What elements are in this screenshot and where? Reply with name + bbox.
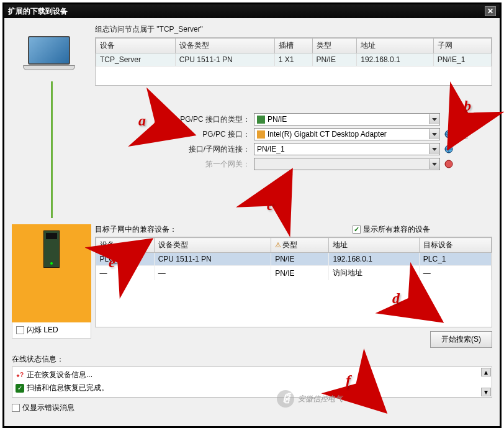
- check-icon: ✓: [16, 384, 24, 393]
- globe-icon[interactable]: [444, 144, 454, 154]
- config-nodes-table: 设备 设备类型 插槽 类型 地址 子网 TCP_Server CPU 1511-…: [96, 38, 492, 66]
- pgpc-if-select[interactable]: Intel(R) Gigabit CT Desktop Adapter: [254, 128, 440, 140]
- plc-icon: [43, 230, 60, 268]
- show-all-checkbox[interactable]: 显示所有兼容的设备: [353, 224, 430, 235]
- first-gw-select: [254, 158, 440, 170]
- only-errors-checkbox[interactable]: 仅显示错误消息: [12, 403, 492, 413]
- connection-line: [51, 81, 53, 218]
- table-row[interactable]: ——PN/IE访问地址—: [96, 266, 492, 281]
- pgpc-if-label: PG/PC 接口：: [163, 129, 250, 140]
- col-type[interactable]: 设备类型: [175, 39, 274, 53]
- col-slot[interactable]: 插槽: [274, 39, 312, 53]
- target-device-panel: [12, 224, 91, 322]
- globe-icon[interactable]: [444, 129, 454, 139]
- close-button[interactable]: ✕: [485, 6, 496, 16]
- svg-point-4: [445, 160, 452, 168]
- col-iftype[interactable]: 类型: [312, 39, 357, 53]
- table-row[interactable]: PLC_1CPU 1511-1 PNPN/IE192.168.0.1PLC_1: [96, 253, 492, 266]
- if-subnet-select[interactable]: PN/IE_1: [254, 143, 440, 155]
- col-addr[interactable]: 地址: [357, 39, 433, 53]
- laptop-icon: [12, 24, 91, 81]
- col-subnet[interactable]: 子网: [433, 39, 491, 53]
- compat-devices-table: 设备 设备类型 ⚠类型 地址 目标设备 PLC_1CPU 1511-1 PNPN…: [96, 237, 492, 280]
- svg-line-2: [464, 135, 466, 137]
- search-icon[interactable]: [457, 129, 467, 139]
- if-subnet-label: 接口/子网的连接：: [163, 144, 250, 155]
- blink-led-checkbox[interactable]: 闪烁 LED: [16, 325, 87, 335]
- window-title: 扩展的下载到设备: [8, 6, 68, 17]
- info-icon: ⬥?: [16, 371, 24, 380]
- svg-point-1: [460, 132, 464, 136]
- status-list: ⬥?正在恢复设备信息... ✓扫描和信息恢复已完成。 ▴ ▾: [12, 367, 492, 398]
- compat-title: 目标子网中的兼容设备：: [95, 224, 177, 235]
- table-row[interactable]: TCP_Server CPU 1511-1 PN 1 X1 PN/IE 192.…: [96, 53, 492, 66]
- status-title: 在线状态信息：: [12, 354, 492, 365]
- globe-icon-disabled: [444, 159, 454, 169]
- start-search-button[interactable]: 开始搜索(S): [430, 331, 492, 348]
- first-gw-label: 第一个网关：: [163, 159, 250, 170]
- col-device[interactable]: 设备: [96, 39, 176, 53]
- pgpc-type-label: PG/PC 接口的类型：: [163, 114, 250, 125]
- config-nodes-label: 组态访问节点属于 "TCP_Server": [95, 24, 492, 35]
- watermark: ༊安徽信控电气: [277, 390, 343, 408]
- scroll-up-button[interactable]: ▴: [481, 368, 491, 376]
- scroll-down-button[interactable]: ▾: [481, 388, 491, 396]
- title-bar: 扩展的下载到设备 ✕: [4, 4, 500, 18]
- pgpc-type-select[interactable]: PN/IE: [254, 113, 440, 125]
- warning-icon: ⚠: [275, 241, 281, 249]
